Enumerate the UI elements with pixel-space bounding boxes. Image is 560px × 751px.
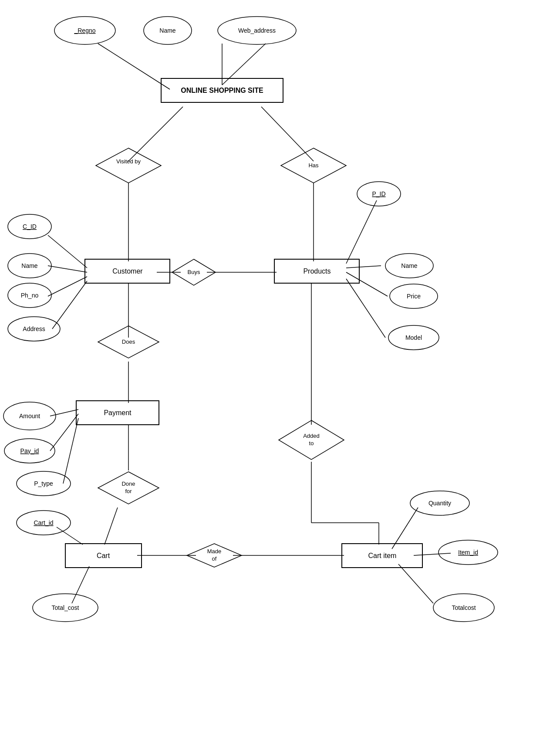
svg-line-14 xyxy=(346,279,385,338)
attr-web-address-label: Web_address xyxy=(238,27,276,34)
rel-done-for-label-1: Done xyxy=(121,480,135,487)
svg-line-12 xyxy=(346,266,381,268)
rel-has-label: Has xyxy=(308,162,319,169)
svg-line-2 xyxy=(98,44,170,89)
entity-payment-label: Payment xyxy=(104,409,132,416)
attr-regno-label: _Regno xyxy=(74,27,95,34)
attr-itemid-label: Item_id xyxy=(458,549,478,556)
svg-line-29 xyxy=(414,553,451,555)
attr-prod-name-label: Name xyxy=(401,262,418,269)
er-diagram: ONLINE SHOPPING SITE Customer Products P… xyxy=(0,0,560,751)
attr-model-label: Model xyxy=(405,334,422,341)
attr-ptype-label: P_type xyxy=(34,480,53,487)
rel-visited-by-label: Visited by xyxy=(116,158,141,165)
attr-cartid-label: Cart_id xyxy=(34,519,53,526)
svg-line-20 xyxy=(50,414,78,451)
attr-quantity-label: Quantity xyxy=(428,500,451,507)
svg-line-10 xyxy=(52,281,87,329)
attr-site-name-label: Name xyxy=(159,27,176,34)
svg-line-24 xyxy=(57,527,83,545)
rel-added-to-label-2: to xyxy=(309,440,314,447)
attr-amount-label: Amount xyxy=(19,413,40,419)
entity-products-label: Products xyxy=(303,267,331,275)
attr-pid-label: P_ID xyxy=(372,190,385,197)
svg-line-3 xyxy=(128,107,183,161)
attr-cust-name-label: Name xyxy=(21,262,38,269)
svg-line-30 xyxy=(398,564,433,603)
svg-line-19 xyxy=(50,409,78,416)
attr-totalcost-cart-label: Total_cost xyxy=(51,604,79,611)
entity-cart-label: Cart xyxy=(97,552,110,559)
svg-line-4 xyxy=(261,107,314,161)
rel-visited-by xyxy=(96,148,161,183)
svg-line-25 xyxy=(72,566,89,603)
rel-made-of-label-1: Made xyxy=(207,548,222,555)
svg-line-28 xyxy=(392,507,418,549)
attr-price-label: Price xyxy=(407,293,421,300)
attr-payid-label: Pay_id xyxy=(20,447,39,454)
rel-done-for-label-2: for xyxy=(125,488,132,494)
svg-line-13 xyxy=(346,272,388,296)
rel-made-of-label-2: of xyxy=(212,555,217,562)
svg-line-23 xyxy=(105,507,118,545)
attr-address-label: Address xyxy=(23,325,45,332)
attr-phno-label: Ph_no xyxy=(21,292,39,299)
rel-buys-label: Buys xyxy=(188,269,200,275)
svg-line-21 xyxy=(63,418,78,484)
entity-online-shopping-label: ONLINE SHOPPING SITE xyxy=(181,87,263,94)
rel-does-label: Does xyxy=(122,338,135,345)
svg-line-9 xyxy=(48,277,87,296)
svg-line-11 xyxy=(346,200,377,264)
attr-cid-label: C_ID xyxy=(23,223,37,230)
svg-line-7 xyxy=(48,235,87,268)
entity-customer-label: Customer xyxy=(112,267,143,275)
svg-line-8 xyxy=(48,266,87,272)
entity-cart-item-label: Cart item xyxy=(368,552,397,559)
rel-added-to-label-1: Added xyxy=(303,433,320,439)
attr-totalcost-item-label: Totalcost xyxy=(452,604,476,611)
